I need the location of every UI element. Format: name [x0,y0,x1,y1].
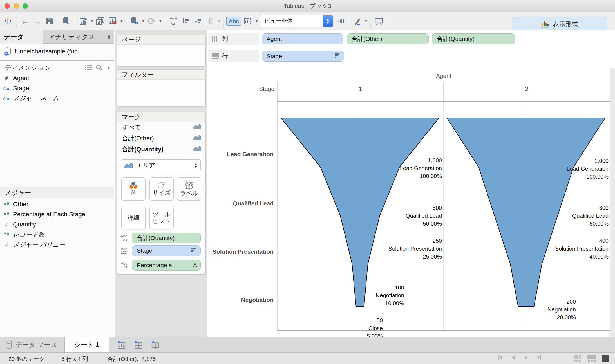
pane-collapse-icon[interactable]: ▲▼ [107,34,111,40]
fit-selector-stepper-icon[interactable]: ▲▼ [323,15,333,27]
group-members-dropdown-icon[interactable]: ▼ [218,19,221,23]
marks-card: マーク すべて合計(Other)合計(Quantity) エリア ▲▼ 色 サイ… [117,112,205,274]
clear-sheet-icon[interactable] [107,15,118,27]
fit-selector[interactable]: ビュー全体 ▲▼ [260,15,333,27]
color-button-label: 色 [131,189,137,197]
view-as-list-icon[interactable] [85,65,92,70]
auto-updates-dropdown-icon[interactable]: ▼ [142,19,145,23]
marks-shelf-row[interactable]: すべて [117,122,205,133]
tab-analytics[interactable]: アナリティクス ▲▼ [43,30,114,44]
highlight-dropdown-icon[interactable]: ▼ [364,19,368,23]
swap-axes-icon[interactable] [168,15,179,27]
pill-stage[interactable]: Stage [132,245,201,256]
dimensions-menu-icon[interactable]: ▼ [106,65,111,70]
abc-123-icon: Abc123 [121,247,130,254]
datasource-icon [3,47,12,56]
detail-button[interactable]: 詳細 [121,206,146,229]
add-datasource-icon[interactable] [61,15,72,27]
field-item-メジャー-ネーム[interactable]: Abcメジャー ネーム [0,93,114,104]
field-item-stage[interactable]: AbcStage [0,83,114,93]
sort-descending-icon[interactable] [193,15,204,27]
show-mark-labels-button[interactable]: Abc [226,17,241,26]
marks-shelf-row[interactable]: 合計(Other) [117,133,205,144]
next-page-icon[interactable] [523,354,529,361]
pill-agent[interactable]: Agent [262,33,343,44]
size-button[interactable]: サイズ [149,177,174,201]
chart-region: Agent Stage 12Lead GenerationQualified L… [208,68,615,337]
tableau-logo-icon[interactable] [2,15,14,27]
presentation-mode-icon[interactable] [373,15,384,27]
tab-datasource[interactable]: データ ソース [0,337,64,352]
save-icon[interactable] [44,15,55,27]
sort-icon [191,247,197,254]
field-item-percentage-at-each-stage[interactable]: =#Percentage at Each Stage [0,209,114,219]
pill-percentage-a..[interactable]: Percentage a..Δ [132,260,201,271]
refresh-icon[interactable]: ⟳ [146,15,157,27]
undo-icon[interactable]: ← [19,15,30,27]
group-members-icon[interactable] [205,15,216,27]
chart-pane[interactable] [277,101,610,331]
field-item-other[interactable]: =#Other [0,199,114,209]
last-page-icon[interactable] [536,354,542,361]
tab-sheet1[interactable]: シート 1 [64,337,109,352]
redo-icon[interactable]: → [32,15,43,27]
tab-data[interactable]: データ [0,30,43,44]
highlight-icon[interactable] [352,15,363,27]
fix-axes-icon[interactable] [335,15,346,27]
pause-auto-updates-icon[interactable] [129,15,140,27]
pill-label: Agent [267,35,282,42]
row-header-qualified-lead: Qualified Lead [208,200,274,207]
area-chart-icon [124,162,133,169]
marks-shelf-row-label: 合計(Other) [122,134,154,143]
pill-合計(quantity)[interactable]: 合計(Quantity) [432,33,515,44]
new-worksheet-tab-icon[interactable] [117,337,126,352]
color-button[interactable]: 色 [121,177,146,201]
refresh-dropdown-icon[interactable]: ▼ [159,19,162,23]
pill-label: Stage [267,53,282,60]
mark-type-dropdown[interactable]: エリア ▲▼ [121,159,201,171]
funnel-chart-svg[interactable] [278,102,610,330]
delta-icon: Δ [193,262,197,269]
new-dashboard-tab-icon[interactable] [133,337,143,352]
worksheet-area: 列 Agent合計(Other)合計(Quantity) 行 Stage Age… [208,30,615,337]
marks-shelf-row-label: 合計(Quantity) [122,145,164,154]
fullscreen-view-icon[interactable] [601,354,610,364]
datasource-item[interactable]: funnelchartsample (fun... [0,45,114,58]
field-item-quantity[interactable]: #Quantity [0,219,114,230]
show-cards-icon[interactable] [573,354,582,364]
field-item-メジャー-バリュー[interactable]: #メジャー バリュー [0,240,114,250]
new-worksheet-icon[interactable] [78,15,89,27]
sort-ascending-icon[interactable] [180,15,191,27]
pill-合計(quantity)[interactable]: 合計(Quantity) [132,233,201,243]
new-story-tab-icon[interactable] [150,337,160,352]
find-field-icon[interactable] [96,64,102,71]
field-label: Other [13,201,28,208]
first-page-icon[interactable] [497,354,504,361]
marks-shelf-row[interactable]: 合計(Quantity) [117,144,205,155]
field-item-レコード数[interactable]: =#レコード数 [0,230,114,240]
pill-label: 合計(Quantity) [137,234,175,242]
tooltip-button[interactable]: ツール ヒント [149,206,174,229]
toolbar-separator [370,15,371,28]
window-title: Tableau - ブック3 [0,2,615,10]
totals-dropdown-icon[interactable]: ▼ [255,19,258,23]
totals-icon[interactable] [242,15,254,27]
clear-sheet-dropdown-icon[interactable]: ▼ [120,19,123,23]
pages-card-title: ページ [117,35,205,45]
mark-label-agent2-lead-generation: 1,000Lead Generation100.00% [567,157,609,181]
show-me-button[interactable]: 表示形式 [512,17,607,31]
marks-rows: すべて合計(Other)合計(Quantity) [117,122,205,155]
row-header-lead-generation: Lead Generation [208,151,274,158]
label-button[interactable]: Abc 123 ラベル [177,177,201,201]
toolbar-separator [126,15,126,28]
duplicate-sheet-icon[interactable] [95,15,106,27]
new-worksheet-dropdown-icon[interactable]: ▼ [90,19,94,23]
field-item-agent[interactable]: #Agent [0,73,114,83]
toolbar-separator [223,15,224,28]
pill-合計(other)[interactable]: 合計(Other) [347,33,429,44]
filmstrip-view-icon[interactable] [587,354,596,364]
previous-page-icon[interactable] [510,354,516,361]
mark-type-stepper-icon[interactable]: ▲▼ [194,162,198,168]
pill-stage[interactable]: Stage [262,51,344,62]
datasource-tab-icon [5,341,12,349]
